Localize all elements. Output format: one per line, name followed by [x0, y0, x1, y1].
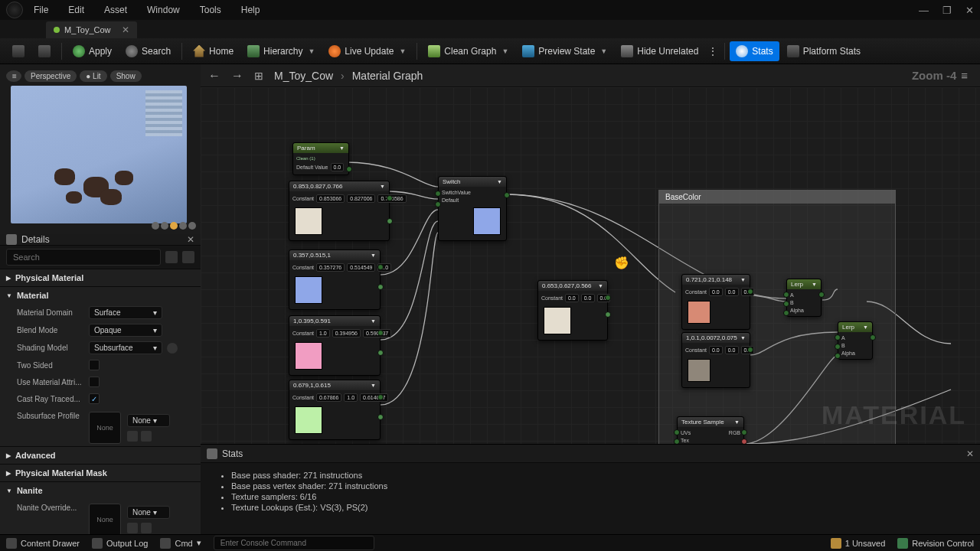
subsurf-browse-icon[interactable] — [141, 431, 152, 442]
cat-physmat-mask[interactable]: ▶Physical Material Mask — [0, 464, 201, 481]
dirty-dot-icon — [54, 27, 60, 33]
hide-icon — [621, 45, 633, 57]
menu-asset[interactable]: Asset — [101, 3, 130, 17]
prop-shading-reset[interactable] — [167, 343, 178, 354]
cat-advanced[interactable]: ▶Advanced — [0, 446, 201, 464]
chevron-down-icon: ▼ — [308, 47, 315, 55]
tab-label: M_Toy_Cow — [64, 25, 111, 34]
prop-blend-label: Blend Mode — [17, 326, 89, 334]
window-min[interactable]: — — [919, 5, 929, 16]
nanite-use-icon[interactable] — [127, 523, 138, 533]
subsurf-asset-slot[interactable]: None — [89, 412, 121, 444]
menu-file[interactable]: File — [31, 3, 51, 17]
prop-blend-dropdown[interactable]: Opaque ▾ — [89, 324, 162, 337]
revision-icon — [897, 538, 908, 549]
node-lerp-1[interactable]: Lerp▼ A B Alpha — [786, 279, 822, 317]
node-constant-7[interactable]: 1,0.1,0.0072,0.075▼ Constant0.00.00.0 — [681, 332, 750, 388]
crumb-graph[interactable]: Material Graph — [352, 70, 423, 82]
preview-state-button[interactable]: Preview State▼ — [516, 41, 613, 61]
live-update-button[interactable]: Live Update▼ — [322, 41, 412, 61]
node-constant-4[interactable]: 0.679,1,0.615▼ Constant0.678661.00.61467… — [289, 380, 381, 440]
viewport-perspective[interactable]: Perspective — [24, 70, 77, 82]
hierarchy-button[interactable]: Hierarchy▼ — [241, 41, 321, 61]
clean-graph-button[interactable]: Clean Graph▼ — [422, 41, 514, 61]
graph-forward[interactable]: → — [231, 69, 243, 83]
cat-nanite[interactable]: ▼Nanite — [0, 481, 201, 499]
details-search-input[interactable] — [6, 249, 161, 266]
menu-help[interactable]: Help — [238, 3, 263, 17]
graph-watermark: MATERIAL — [822, 400, 966, 430]
node-lerp-2[interactable]: Lerp▼ A B Alpha — [838, 321, 873, 360]
stats-button[interactable]: Stats — [730, 41, 779, 61]
prop-shading-label: Shading Model — [17, 344, 89, 352]
prop-shading-dropdown[interactable]: Subsurface ▾ — [89, 341, 162, 354]
revision-control-button[interactable]: Revision Control — [897, 538, 974, 549]
node-constant-2[interactable]: 0.357,0.515,1▼ Constant0.3572760.5145491… — [289, 249, 381, 310]
browse-button[interactable] — [32, 41, 57, 61]
details-panel-header: Details ✕ — [0, 234, 201, 246]
tab-close[interactable]: ✕ — [122, 24, 129, 35]
graph-focus-icon[interactable]: ⊞ — [254, 70, 263, 82]
grab-cursor-icon: ✊ — [614, 256, 628, 269]
material-graph[interactable]: Param▼ Clean (1) Default Value0.0 0.853,… — [201, 87, 980, 444]
details-settings-icon[interactable] — [182, 251, 194, 263]
platform-icon — [787, 45, 799, 57]
hide-unrelated-button[interactable]: Hide Unrelated — [615, 41, 704, 61]
viewport-lit[interactable]: ● Lit — [80, 70, 106, 82]
node-constant-3[interactable]: 1,0.395,0.591▼ Constant1.00.3949560.5909… — [289, 315, 381, 376]
console-input[interactable] — [214, 536, 374, 550]
crumb-asset[interactable]: M_Toy_Cow — [274, 70, 333, 82]
node-constant-5[interactable]: 0.653,0.627,0.566▼ Constant0.00.00.0 — [537, 280, 608, 341]
prop-twosided-checkbox[interactable] — [89, 360, 100, 370]
asset-tab[interactable]: M_Toy_Cow ✕ — [46, 21, 137, 38]
viewport-show[interactable]: Show — [110, 70, 142, 82]
zoom-label: Zoom -4≡ — [912, 69, 968, 82]
prop-castray-checkbox[interactable] — [89, 393, 100, 404]
preview-scene — [11, 86, 187, 223]
chevron-down-icon: ▼ — [501, 47, 508, 55]
menu-window[interactable]: Window — [144, 3, 183, 17]
stats-panel-icon — [207, 448, 217, 459]
clean-icon — [428, 45, 440, 57]
prop-attri-checkbox[interactable] — [89, 377, 100, 387]
subsurf-use-icon[interactable] — [127, 431, 138, 442]
subsurf-dropdown[interactable]: None ▾ — [127, 414, 170, 427]
browse-icon — [38, 45, 51, 57]
hide-options[interactable]: ⋮ — [706, 44, 720, 59]
preview-mesh-buttons[interactable] — [152, 222, 196, 230]
stats-close[interactable]: ✕ — [966, 448, 974, 459]
cmd-button[interactable]: Cmd ▾ — [160, 538, 201, 549]
window-max[interactable]: ❐ — [942, 5, 952, 16]
nanite-asset-slot[interactable]: None — [89, 504, 121, 534]
content-drawer-button[interactable]: Content Drawer — [6, 538, 80, 549]
platform-stats-button[interactable]: Platform Stats — [781, 41, 867, 61]
live-update-icon — [328, 45, 341, 57]
search-icon — [126, 45, 138, 57]
nanite-dropdown[interactable]: None ▾ — [127, 506, 170, 519]
viewport-options[interactable]: ≡ — [6, 70, 21, 82]
node-constant-6[interactable]: 0.721,0.21,0.148▼ Constant0.00.00.0 — [681, 274, 750, 330]
prop-attri-label: Use Material Attri... — [17, 378, 89, 386]
node-switch[interactable]: Switch▼ SwitchValue Default — [438, 176, 507, 241]
menu-edit[interactable]: Edit — [65, 3, 87, 17]
prop-domain-dropdown[interactable]: Surface ▾ — [89, 306, 162, 319]
unsaved-indicator[interactable]: 1 Unsaved — [831, 538, 886, 549]
save-button[interactable] — [6, 41, 31, 61]
cat-physical-material[interactable]: ▶Physical Material — [0, 269, 201, 286]
search-button[interactable]: Search — [119, 41, 177, 61]
details-filter-icon[interactable] — [165, 251, 178, 263]
graph-back[interactable]: ← — [208, 69, 220, 83]
menu-tools[interactable]: Tools — [197, 3, 224, 17]
nanite-browse-icon[interactable] — [141, 523, 152, 533]
details-close[interactable]: ✕ — [187, 234, 194, 245]
home-button[interactable]: Home — [187, 41, 240, 61]
output-log-button[interactable]: Output Log — [92, 538, 148, 549]
window-close[interactable]: ✕ — [965, 5, 974, 16]
cat-material[interactable]: ▼Material — [0, 286, 201, 304]
node-texture-sample[interactable]: Texture Sample▼ UVsRGB Tex Apply View Mi… — [677, 416, 744, 444]
node-constant-1[interactable]: 0.853,0.827,0.766▼ Constant0.8530660.827… — [289, 181, 390, 241]
node-param[interactable]: Param▼ Clean (1) Default Value0.0 — [292, 142, 349, 175]
material-preview-viewport[interactable]: ≡ Perspective ● Lit Show — [0, 64, 201, 234]
graph-options-icon[interactable]: ≡ — [961, 69, 968, 82]
apply-button[interactable]: Apply — [67, 41, 118, 61]
